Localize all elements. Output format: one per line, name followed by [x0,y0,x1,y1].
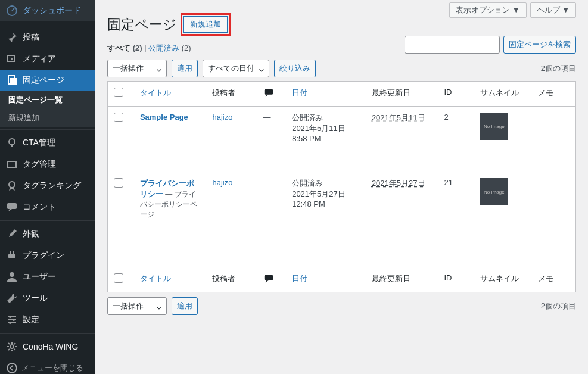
date-filter-select[interactable]: すべての日付 [203,60,269,77]
sidebar-item-cta[interactable]: CTA管理 [0,132,95,154]
select-all-checkbox-footer[interactable] [114,273,123,283]
settings-icon [6,314,18,326]
page-title: 固定ページ [107,15,177,34]
row-id: 21 [438,172,474,267]
add-new-button[interactable]: 新規追加 [183,16,228,33]
top-buttons: 表示オプション ▼ ヘルプ ▼ [449,2,576,18]
tablenav-top: 一括操作 適用 すべての日付 絞り込み 2個の項目 [107,60,576,77]
pages-table: タイトル 投稿者 日付 最終更新日 ID サムネイル メモ Sample Pag… [107,81,576,292]
add-new-highlight: 新規追加 [181,13,231,36]
help-button[interactable]: ヘルプ ▼ [530,2,576,18]
sidebar-item-users[interactable]: ユーザー [0,266,95,288]
sidebar-label: ConoHa WING [23,342,78,351]
row-memo [532,172,575,267]
sidebar-item-comments[interactable]: コメント [0,197,95,218]
bulk-action-select[interactable]: 一括操作 [107,60,167,77]
medal-icon [6,180,18,192]
sidebar-submenu: 固定ページ一覧 新規追加 [0,91,95,127]
col-thumb: サムネイル [474,267,532,292]
comment-column-icon [263,88,274,98]
sidebar-item-plugins[interactable]: プラグイン [0,245,95,266]
pin-icon [6,32,18,43]
sidebar-label: タグランキング [23,180,81,191]
svg-point-12 [10,272,14,277]
row-comments: — [257,107,287,172]
col-memo: メモ [532,82,575,107]
svg-rect-6 [8,161,16,167]
sidebar-sub-pages-list[interactable]: 固定ページ一覧 [0,91,95,109]
col-modified: 最終更新日 [366,267,438,292]
col-thumb: サムネイル [474,82,532,107]
svg-rect-11 [8,254,15,258]
row-date: 公開済み2021年5月11日 8:58 PM [286,107,366,172]
svg-rect-10 [13,251,14,254]
row-checkbox[interactable] [114,113,123,122]
svg-rect-5 [11,145,13,147]
admin-sidebar: ダッシュボード 投稿 メディア 固定ページ 固定ページ一覧 新規追加 CTA管理… [0,0,95,374]
sidebar-item-pages[interactable]: 固定ページ [0,70,95,91]
dashboard-icon [6,5,18,17]
apply-button-bottom[interactable]: 適用 [172,297,198,315]
sidebar-item-media[interactable]: メディア [0,48,95,70]
col-comments[interactable] [257,267,287,292]
tool-icon [6,292,18,304]
items-count: 2個の項目 [541,63,576,74]
col-author: 投稿者 [206,82,257,107]
sidebar-item-conoha[interactable]: ConoHa WING [0,336,95,357]
search-row: 固定ページを検索 [405,36,576,54]
sidebar-item-dashboard[interactable]: ダッシュボード [0,0,95,21]
sidebar-label: プラグイン [23,250,64,261]
row-modified: 2021年5月27日 [372,179,425,188]
col-memo: メモ [532,267,575,292]
row-checkbox[interactable] [114,178,123,188]
sidebar-label: メディア [23,54,56,64]
sidebar-item-tag-ranking[interactable]: タグランキング [0,175,95,197]
sidebar-item-posts[interactable]: 投稿 [0,27,95,48]
col-date[interactable]: 日付 [286,267,366,292]
sidebar-item-tools[interactable]: ツール [0,288,95,309]
col-author: 投稿者 [206,267,257,292]
filter-button[interactable]: 絞り込み [274,60,316,77]
collapse-label: メニューを閉じる [21,363,83,373]
sidebar-item-appearance[interactable]: 外観 [0,223,95,245]
screen-options-button[interactable]: 表示オプション ▼ [449,2,526,18]
page-icon [6,74,18,86]
search-button[interactable]: 固定ページを検索 [503,36,576,54]
svg-rect-8 [7,203,17,209]
apply-button[interactable]: 適用 [172,60,198,77]
filter-all[interactable]: すべて (2) [107,43,142,52]
row-title-link[interactable]: Sample Page [140,113,188,121]
row-author-link[interactable]: hajizo [212,178,232,187]
items-count-bottom: 2個の項目 [541,301,576,311]
media-icon [6,53,18,65]
col-title[interactable]: タイトル [134,82,207,107]
col-comments[interactable] [257,82,287,107]
select-all-checkbox[interactable] [114,88,123,97]
row-memo [532,107,575,172]
col-modified: 最終更新日 [366,82,438,107]
sidebar-label: 固定ページ [23,75,64,86]
filter-published[interactable]: 公開済み (2) [148,43,191,52]
search-input[interactable] [405,36,500,54]
svg-rect-21 [264,89,272,95]
bulk-action-select-bottom[interactable]: 一括操作 [107,297,167,315]
sidebar-label: ダッシュボード [23,5,81,16]
svg-point-4 [9,139,15,145]
comment-icon [6,201,18,213]
col-date[interactable]: 日付 [286,82,366,107]
sidebar-sub-add-new[interactable]: 新規追加 [0,109,95,127]
tag-icon [6,158,18,170]
row-comments: — [257,172,287,267]
sidebar-item-settings[interactable]: 設定 [0,309,95,331]
col-title[interactable]: タイトル [134,267,207,292]
svg-point-17 [13,319,15,321]
row-author-link[interactable]: hajizo [212,113,232,121]
sidebar-item-tag-manage[interactable]: タグ管理 [0,154,95,175]
bulb-icon [6,137,18,149]
sidebar-collapse[interactable]: メニューを閉じる [0,357,95,374]
main-content: 表示オプション ▼ ヘルプ ▼ 固定ページ 新規追加 固定ページを検索 すべて … [95,0,588,374]
brush-icon [6,228,18,240]
sidebar-label: タグ管理 [23,159,56,170]
plugin-icon [6,250,18,261]
col-id: ID [438,267,474,292]
